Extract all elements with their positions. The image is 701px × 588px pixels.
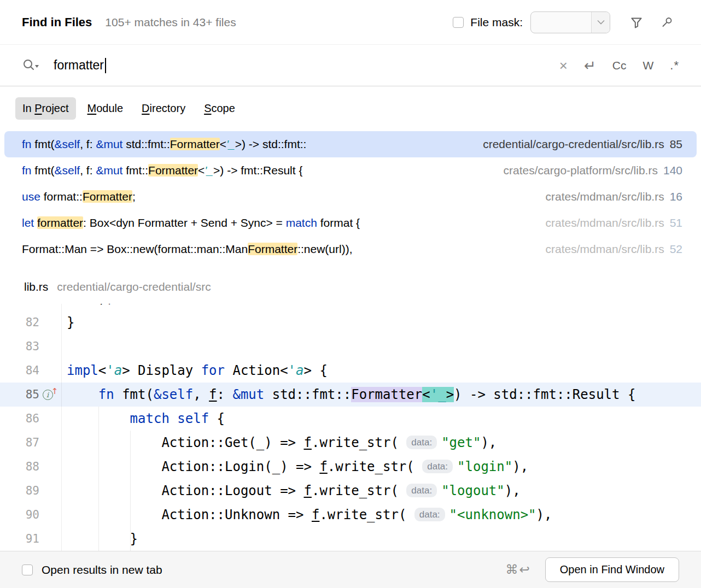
- regex-toggle[interactable]: .*: [670, 58, 679, 73]
- code-token: [170, 411, 177, 426]
- line-number: 87: [0, 436, 39, 449]
- result-line-number: 140: [663, 164, 682, 177]
- open-in-find-window-button[interactable]: Open in Find Window: [545, 557, 679, 582]
- code-token: Action<: [225, 363, 288, 378]
- code-token: > Display: [122, 363, 201, 378]
- code-token: : Box<dyn Formatter + Send + Sync> =: [83, 216, 286, 229]
- search-input[interactable]: formatter: [54, 58, 106, 73]
- code-token: '_: [226, 138, 235, 150]
- result-path: crates/mdman/src/lib.rs: [546, 216, 664, 230]
- code-token: &self: [55, 164, 80, 177]
- result-line-number: 16: [670, 190, 682, 203]
- line-gutter: 87: [0, 436, 61, 449]
- code-token: Formatter: [248, 243, 297, 255]
- chevron-down-icon[interactable]: [591, 12, 610, 33]
- code-preview[interactable]: 81 ),82}8384impl<'a> Display for Action<…: [0, 304, 701, 551]
- file-mask-combobox[interactable]: [530, 11, 610, 33]
- code-token: Action::Get(_) =>: [67, 435, 303, 450]
- result-path: crates/mdman/src/lib.rs: [546, 190, 664, 203]
- code-token: &self: [154, 387, 193, 402]
- result-row[interactable]: fn fmt(&self, f: &mut std::fmt::Formatte…: [4, 131, 697, 157]
- pin-icon[interactable]: [655, 10, 679, 34]
- code-token: fn: [22, 164, 32, 177]
- insert-newline-icon[interactable]: ↵: [584, 58, 596, 73]
- code-token: Formatter: [83, 190, 132, 203]
- match-summary: 105+ matches in 43+ files: [105, 16, 236, 29]
- code-token: ),: [67, 304, 114, 306]
- line-gutter: 82: [0, 316, 61, 329]
- code-token: fmt(: [32, 138, 55, 150]
- code-token: Formatter: [351, 387, 422, 402]
- code-token: }: [67, 315, 74, 330]
- up-arrow-icon: ↑: [51, 386, 59, 396]
- result-path: crates/mdman/src/lib.rs: [546, 243, 664, 256]
- line-number: 84: [0, 364, 39, 377]
- code-token: "get": [441, 435, 481, 450]
- code-token: Formatter: [170, 138, 220, 150]
- line-gutter: 81: [0, 304, 61, 305]
- code-line: 84impl<'a> Display for Action<'a> {: [0, 358, 701, 383]
- result-row[interactable]: use format::Formatter;crates/mdman/src/l…: [4, 184, 697, 210]
- file-mask-checkbox[interactable]: [453, 17, 464, 28]
- line-gutter: 91: [0, 532, 61, 545]
- line-gutter: 85i↑: [0, 388, 61, 401]
- dialog-header: Find in Files 105+ matches in 43+ files …: [0, 0, 701, 45]
- filter-icon[interactable]: [624, 10, 649, 34]
- implements-gutter-icon[interactable]: i↑: [39, 390, 61, 400]
- code-line: 89 Action::Logout => f.write_str( data:"…: [0, 479, 701, 503]
- result-location: crates/mdman/src/lib.rs16: [538, 190, 682, 203]
- open-new-tab-checkbox[interactable]: [22, 565, 33, 575]
- code-token: >) -> fmt::Result {: [213, 164, 302, 177]
- code-token: f: [303, 483, 311, 498]
- code-token: ),: [536, 507, 552, 522]
- tab-in-project[interactable]: In Project: [15, 97, 76, 120]
- text-caret: [105, 58, 106, 73]
- search-icon[interactable]: [22, 58, 40, 73]
- line-gutter: 90: [0, 508, 61, 521]
- result-line-number: 51: [670, 216, 682, 230]
- code-token: Action::Login(_) =>: [67, 459, 319, 474]
- line-number: 83: [0, 340, 39, 353]
- clear-search-icon[interactable]: ×: [559, 58, 568, 73]
- line-number: 85: [0, 388, 39, 401]
- line-gutter: 88: [0, 460, 61, 473]
- tab-module[interactable]: Module: [80, 97, 131, 120]
- file-mask-label: File mask:: [470, 16, 523, 29]
- match-case-toggle[interactable]: Cc: [612, 59, 627, 72]
- footer-actions: ⌘↩ Open in Find Window: [506, 557, 679, 582]
- find-in-files-dialog: Find in Files 105+ matches in 43+ files …: [0, 0, 701, 588]
- code-token: fmt::: [122, 164, 148, 177]
- result-row[interactable]: fn fmt(&self, f: &mut fmt::Formatter<'_>…: [4, 157, 697, 184]
- code-line: 86 match self {: [0, 407, 701, 431]
- code-token: match: [286, 216, 317, 229]
- whole-words-toggle[interactable]: W: [642, 59, 653, 72]
- code-token: Format::Man => Box::new(format::man::Man: [22, 243, 248, 255]
- code-token: ),: [512, 459, 528, 474]
- result-line-number: 85: [670, 138, 682, 151]
- line-number: 81: [0, 304, 39, 305]
- code-token: .write_str(: [319, 507, 414, 522]
- result-row[interactable]: Format::Man => Box::new(format::man::Man…: [4, 236, 697, 262]
- code-text: Action::Login(_) => f.write_str( data:"l…: [61, 459, 528, 474]
- result-location: credential/cargo-credential/src/lib.rs85: [475, 138, 682, 151]
- code-line: 88 Action::Login(_) => f.write_str( data…: [0, 455, 701, 479]
- code-text: impl<'a> Display for Action<'a> {: [61, 363, 328, 378]
- result-location: crates/cargo-platform/src/lib.rs140: [496, 164, 682, 177]
- line-number: 89: [0, 484, 39, 497]
- code-token: , f:: [80, 164, 96, 177]
- code-token: f: [319, 459, 327, 474]
- results-list: fn fmt(&self, f: &mut std::fmt::Formatte…: [0, 130, 701, 262]
- code-token: data:: [414, 508, 445, 521]
- code-token: <: [422, 387, 430, 402]
- code-token: > {: [304, 363, 328, 378]
- line-gutter: 84: [0, 364, 61, 377]
- result-row[interactable]: let formatter: Box<dyn Formatter + Send …: [4, 210, 697, 236]
- tab-scope[interactable]: Scope: [197, 97, 242, 120]
- implements-icon: i↑: [43, 390, 59, 400]
- tab-directory[interactable]: Directory: [135, 97, 192, 120]
- line-gutter: 89: [0, 484, 61, 497]
- search-bar: formatter × ↵ Cc W .*: [0, 45, 701, 86]
- code-token: Formatter: [148, 164, 198, 177]
- result-code: use format::Formatter;: [22, 190, 136, 203]
- code-text: }: [61, 531, 138, 546]
